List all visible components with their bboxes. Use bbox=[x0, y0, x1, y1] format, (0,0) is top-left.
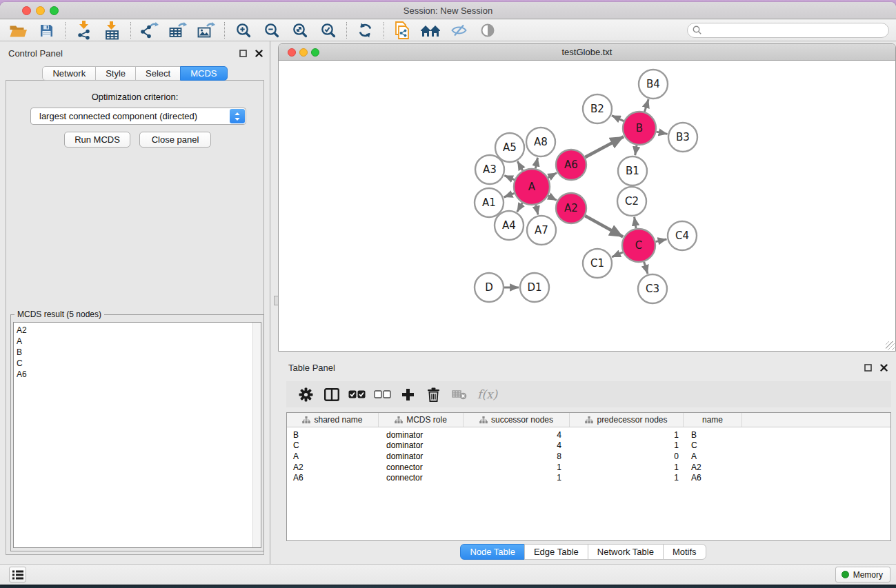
result-item[interactable]: C bbox=[17, 358, 261, 369]
graph-node-B2[interactable]: B2 bbox=[583, 94, 612, 123]
tab-network[interactable]: Network bbox=[42, 66, 96, 81]
graph-node-A1[interactable]: A1 bbox=[475, 188, 504, 217]
cell-successor-nodes[interactable]: 4 bbox=[464, 440, 570, 452]
column-header-predecessor-nodes[interactable]: predecessor nodes bbox=[570, 413, 684, 427]
result-item[interactable]: A bbox=[17, 336, 261, 347]
graph-node-A2[interactable]: A2 bbox=[556, 193, 586, 223]
graph-node-D[interactable]: D bbox=[475, 273, 504, 302]
graph-edge-B-B3[interactable] bbox=[657, 132, 668, 134]
table-row[interactable]: A2connector11A2 bbox=[287, 462, 890, 473]
cell-MCDS-role[interactable]: dominator bbox=[379, 451, 464, 462]
delete-row-icon[interactable] bbox=[421, 384, 446, 405]
graph-node-D1[interactable]: D1 bbox=[520, 273, 549, 302]
task-history-button[interactable] bbox=[9, 567, 26, 582]
scrollbar[interactable] bbox=[252, 323, 261, 547]
cell-MCDS-role[interactable]: dominator bbox=[379, 429, 464, 440]
graph-node-A3[interactable]: A3 bbox=[475, 155, 504, 184]
graph-node-C1[interactable]: C1 bbox=[583, 249, 612, 278]
cell-name[interactable]: C bbox=[684, 440, 742, 452]
graph-node-A7[interactable]: A7 bbox=[527, 216, 556, 245]
cell-shared-name[interactable]: B bbox=[287, 429, 379, 440]
cell-name[interactable]: B bbox=[684, 429, 742, 440]
graph-edge-C-C2[interactable] bbox=[635, 217, 637, 229]
search-field[interactable] bbox=[687, 23, 889, 38]
graph-node-A4[interactable]: A4 bbox=[495, 211, 524, 240]
select-all-checkboxes-icon[interactable] bbox=[344, 384, 370, 405]
graph-edge-A-A3[interactable] bbox=[504, 176, 515, 180]
graph-edge-A-A8[interactable] bbox=[535, 158, 537, 169]
graph-edge-A2-C[interactable] bbox=[585, 216, 623, 236]
show-all-networks-icon[interactable] bbox=[419, 21, 443, 40]
zoom-out-icon[interactable] bbox=[259, 21, 283, 40]
graph-node-C4[interactable]: C4 bbox=[668, 221, 697, 250]
graph-edge-A-A5[interactable] bbox=[517, 161, 523, 170]
cell-predecessor-nodes[interactable]: 1 bbox=[570, 462, 684, 473]
criterion-select[interactable]: largest connected component (directed) bbox=[30, 108, 246, 125]
cell-successor-nodes[interactable]: 8 bbox=[464, 451, 570, 462]
cell-name[interactable]: A bbox=[684, 451, 742, 462]
hide-graphics-details-icon[interactable] bbox=[447, 21, 471, 40]
result-item[interactable]: B bbox=[17, 347, 261, 358]
graph-node-B4[interactable]: B4 bbox=[639, 70, 668, 99]
tab-edge-table[interactable]: Edge Table bbox=[524, 544, 588, 560]
tab-select[interactable]: Select bbox=[135, 66, 181, 81]
columns-icon[interactable] bbox=[319, 384, 344, 405]
zoom-fit-icon[interactable] bbox=[288, 21, 312, 40]
graph-edge-A-A7[interactable] bbox=[536, 205, 538, 214]
cell-predecessor-nodes[interactable]: 0 bbox=[570, 451, 684, 462]
cell-MCDS-role[interactable]: connector bbox=[379, 462, 464, 473]
mcds-result-list[interactable]: A2ABCA6 bbox=[13, 322, 261, 548]
tab-network-table[interactable]: Network Table bbox=[588, 544, 664, 560]
cell-successor-nodes[interactable]: 1 bbox=[464, 462, 570, 473]
graph-node-B3[interactable]: B3 bbox=[668, 123, 697, 152]
cell-name[interactable]: A2 bbox=[684, 462, 742, 473]
cell-successor-nodes[interactable]: 4 bbox=[464, 429, 570, 440]
graph-node-C[interactable]: C bbox=[622, 229, 655, 262]
cell-successor-nodes[interactable]: 1 bbox=[464, 472, 570, 483]
apply-layout-icon[interactable] bbox=[353, 21, 377, 40]
graph-edge-C-C1[interactable] bbox=[612, 252, 623, 257]
cell-predecessor-nodes[interactable]: 1 bbox=[570, 440, 684, 452]
graph-edge-C-C4[interactable] bbox=[655, 239, 666, 242]
graph-node-A8[interactable]: A8 bbox=[526, 128, 555, 156]
column-header-shared-name[interactable]: shared name bbox=[287, 413, 379, 427]
table-row[interactable]: Bdominator41B bbox=[287, 429, 890, 440]
clone-network-icon[interactable] bbox=[390, 21, 415, 40]
search-input[interactable] bbox=[705, 25, 888, 36]
export-table-icon[interactable] bbox=[166, 21, 190, 40]
run-mcds-button[interactable]: Run MCDS bbox=[64, 132, 130, 148]
cell-shared-name[interactable]: A2 bbox=[287, 462, 379, 473]
float-panel-icon[interactable] bbox=[863, 363, 873, 373]
table-row[interactable]: Adominator80A bbox=[287, 451, 890, 462]
graph-node-C2[interactable]: C2 bbox=[617, 187, 646, 216]
column-header-name[interactable]: name bbox=[684, 413, 742, 427]
column-header-successor-nodes[interactable]: successor nodes bbox=[464, 413, 570, 427]
save-session-icon[interactable] bbox=[34, 21, 59, 40]
tab-motifs[interactable]: Motifs bbox=[663, 544, 706, 560]
graph-edge-B-B1[interactable] bbox=[635, 145, 637, 156]
result-item[interactable]: A2 bbox=[17, 325, 261, 336]
export-image-icon[interactable] bbox=[194, 21, 218, 40]
graph-edge-C-C3[interactable] bbox=[644, 262, 648, 274]
gear-icon[interactable] bbox=[293, 384, 319, 405]
graph-edge-B-B2[interactable] bbox=[612, 116, 624, 121]
function-builder-icon[interactable]: f(x) bbox=[477, 387, 497, 401]
graph-node-B1[interactable]: B1 bbox=[618, 156, 647, 185]
float-panel-icon[interactable] bbox=[238, 48, 248, 59]
cell-MCDS-role[interactable]: connector bbox=[379, 472, 464, 483]
cell-shared-name[interactable]: A6 bbox=[287, 472, 379, 483]
graph-node-A6[interactable]: A6 bbox=[556, 150, 586, 180]
zoom-selected-icon[interactable] bbox=[316, 21, 340, 40]
graph-node-A5[interactable]: A5 bbox=[495, 133, 524, 162]
column-header-MCDS-role[interactable]: MCDS role bbox=[379, 413, 464, 427]
tab-node-table[interactable]: Node Table bbox=[460, 544, 525, 560]
cell-predecessor-nodes[interactable]: 1 bbox=[570, 429, 684, 440]
delete-table-icon[interactable] bbox=[446, 384, 472, 405]
graph-edge-A-A6[interactable] bbox=[548, 173, 557, 178]
import-table-icon[interactable] bbox=[100, 21, 124, 40]
cell-shared-name[interactable]: C bbox=[287, 440, 379, 452]
cell-predecessor-nodes[interactable]: 1 bbox=[570, 472, 684, 483]
open-session-icon[interactable] bbox=[6, 21, 30, 40]
import-network-icon[interactable] bbox=[72, 21, 96, 40]
deselect-all-checkboxes-icon[interactable] bbox=[370, 384, 395, 405]
